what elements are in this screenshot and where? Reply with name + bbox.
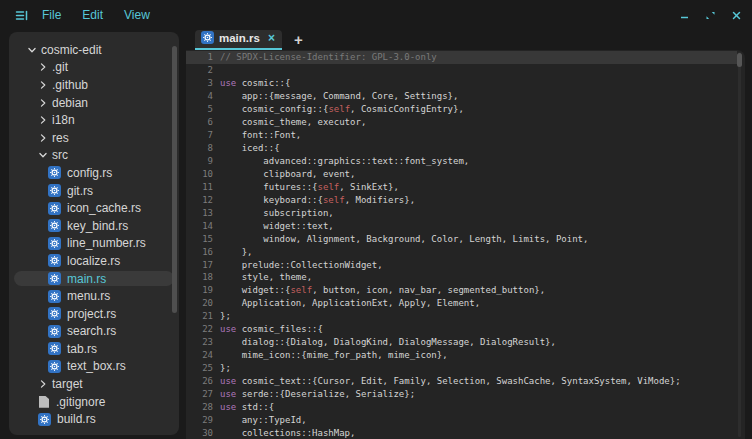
sidebar-item-project-rs[interactable]: project.rs xyxy=(9,305,179,323)
chevron-right-icon[interactable] xyxy=(38,80,48,90)
new-tab-button[interactable]: + xyxy=(294,31,303,49)
sidebar-item-label: line_number.rs xyxy=(67,236,146,250)
menu-file[interactable]: File xyxy=(42,8,61,22)
line-number: 21 xyxy=(186,310,213,323)
sidebar-item-config-rs[interactable]: config.rs xyxy=(9,164,179,182)
sidebar-item-git-rs[interactable]: git.rs xyxy=(9,182,179,200)
chevron-right-icon[interactable] xyxy=(38,98,48,108)
line-text: use serde::{Deserialize, Serialize}; xyxy=(220,388,415,401)
file-tree-sidebar: cosmic-edit .git .github debian i18n xyxy=(9,32,179,435)
line-text: subscription, xyxy=(220,207,334,220)
line-text: app::{message, Command, Core, Settings}, xyxy=(220,90,458,103)
editor-pane[interactable]: 1 // SPDX-License-Identifier: GPL-3.0-on… xyxy=(186,50,745,439)
sidebar-item-github[interactable]: .github xyxy=(9,76,179,94)
line-number: 10 xyxy=(186,168,213,181)
sidebar-item-build-rs[interactable]: build.rs xyxy=(9,410,179,428)
line-text: collections::HashMap, xyxy=(220,427,355,439)
code-line: 13 subscription, xyxy=(186,207,737,220)
sidebar-item-tab-rs[interactable]: tab.rs xyxy=(9,340,179,358)
sidebar-item-label: .git xyxy=(52,60,68,74)
rust-file-icon xyxy=(48,237,61,250)
code-line: 23 dialog::{Dialog, DialogKind, DialogMe… xyxy=(186,336,737,349)
code-line: 22 use cosmic_files::{ xyxy=(186,323,737,336)
editor-scrollbar-rail[interactable] xyxy=(738,52,741,437)
sidebar-item-cosmic-edit[interactable]: cosmic-edit xyxy=(9,41,179,59)
line-number: 5 xyxy=(186,103,213,116)
menu-edit[interactable]: Edit xyxy=(82,8,103,22)
rust-file-icon xyxy=(201,31,214,44)
code-line: 21 }; xyxy=(186,310,737,323)
menu-view[interactable]: View xyxy=(124,8,150,22)
tab-close-icon[interactable]: × xyxy=(268,32,275,44)
chevron-right-icon[interactable] xyxy=(38,115,48,125)
editor-scrollbar[interactable] xyxy=(737,53,742,67)
sidebar-item-menu-rs[interactable]: menu.rs xyxy=(9,287,179,305)
code-line: 30 collections::HashMap, xyxy=(186,427,737,439)
maximize-icon[interactable] xyxy=(705,10,716,21)
file-tree: cosmic-edit .git .github debian i18n xyxy=(9,32,179,428)
line-text: Application, ApplicationExt, Apply, Elem… xyxy=(220,297,480,310)
line-text: widget::text, xyxy=(220,220,334,233)
chevron-down-icon[interactable] xyxy=(38,150,48,160)
line-number: 20 xyxy=(186,297,213,310)
line-number: 23 xyxy=(186,336,213,349)
line-number: 2 xyxy=(186,64,213,77)
sidebar-item-src[interactable]: src xyxy=(9,147,179,165)
line-text: // SPDX-License-Identifier: GPL-3.0-only xyxy=(220,51,437,64)
rust-file-icon xyxy=(48,202,61,215)
sidebar-scrollbar[interactable] xyxy=(172,46,177,313)
minimize-icon[interactable] xyxy=(679,10,690,21)
code-line: 17 prelude::CollectionWidget, xyxy=(186,259,737,272)
code-line: 10 clipboard, event, xyxy=(186,168,737,181)
sidebar-item-target[interactable]: target xyxy=(9,375,179,393)
sidebar-item-gitignore[interactable]: .gitignore xyxy=(9,393,179,411)
code-line: 3 use cosmic::{ xyxy=(186,77,737,90)
toggle-sidebar-button[interactable] xyxy=(14,8,29,23)
rust-file-icon xyxy=(48,166,61,179)
sidebar-item-localize-rs[interactable]: localize.rs xyxy=(9,252,179,270)
line-text: widget::{self, button, icon, nav_bar, se… xyxy=(220,284,545,297)
code-line: 11 futures::{self, SinkExt}, xyxy=(186,181,737,194)
line-number: 27 xyxy=(186,388,213,401)
sidebar-item-i18n[interactable]: i18n xyxy=(9,111,179,129)
editor-content[interactable]: 1 // SPDX-License-Identifier: GPL-3.0-on… xyxy=(186,51,737,439)
code-line: 9 advanced::graphics::text::font_system, xyxy=(186,155,737,168)
sidebar-item-label: project.rs xyxy=(67,307,116,321)
line-number: 7 xyxy=(186,129,213,142)
line-number: 1 xyxy=(186,51,213,64)
line-number: 26 xyxy=(186,375,213,388)
sidebar-item-main-rs[interactable]: main.rs xyxy=(9,270,179,288)
sidebar-item-label: cosmic-edit xyxy=(41,43,102,57)
tab-bar: main.rs × + xyxy=(186,30,303,50)
sidebar-item-res[interactable]: res xyxy=(9,129,179,147)
sidebar-item-line-number-rs[interactable]: line_number.rs xyxy=(9,235,179,253)
line-text: }; xyxy=(220,362,231,375)
sidebar-item-debian[interactable]: debian xyxy=(9,94,179,112)
sidebar-item-icon-cache-rs[interactable]: icon_cache.rs xyxy=(9,199,179,217)
chevron-down-icon[interactable] xyxy=(27,45,37,55)
line-text: window, Alignment, Background, Color, Le… xyxy=(220,233,588,246)
line-text: mime_icon::{mime_for_path, mime_icon}, xyxy=(220,349,448,362)
line-number: 14 xyxy=(186,220,213,233)
sidebar-item-label: git.rs xyxy=(67,184,93,198)
code-line: 14 widget::text, xyxy=(186,220,737,233)
line-text: dialog::{Dialog, DialogKind, DialogMessa… xyxy=(220,336,556,349)
rust-file-icon xyxy=(48,325,61,338)
sidebar-item-key-bind-rs[interactable]: key_bind.rs xyxy=(9,217,179,235)
sidebar-item-label: text_box.rs xyxy=(67,359,126,373)
rust-file-icon xyxy=(48,272,61,285)
line-text: iced::{ xyxy=(220,142,280,155)
close-icon[interactable] xyxy=(731,10,742,21)
chevron-right-icon[interactable] xyxy=(38,62,48,72)
sidebar-item-text-box-rs[interactable]: text_box.rs xyxy=(9,358,179,376)
chevron-right-icon[interactable] xyxy=(38,133,48,143)
sidebar-item-search-rs[interactable]: search.rs xyxy=(9,323,179,341)
code-line: 29 any::TypeId, xyxy=(186,414,737,427)
sidebar-item-label: i18n xyxy=(52,113,75,127)
chevron-right-icon[interactable] xyxy=(38,379,48,389)
tab-main-rs[interactable]: main.rs × xyxy=(195,30,282,50)
sidebar-item-git[interactable]: .git xyxy=(9,59,179,77)
line-number: 15 xyxy=(186,233,213,246)
line-text: advanced::graphics::text::font_system, xyxy=(220,155,469,168)
sidebar-item-label: .gitignore xyxy=(56,395,105,409)
